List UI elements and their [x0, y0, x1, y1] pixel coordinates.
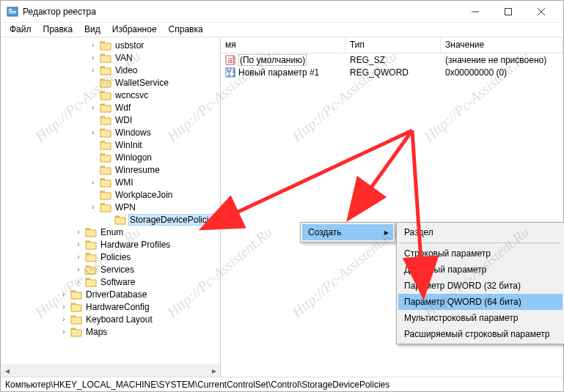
menu-favorites[interactable]: Избранное — [106, 23, 163, 37]
value-icon: ab — [225, 55, 235, 65]
tree-item-label: Winlogon — [114, 152, 153, 163]
value-name: Новый параметр #1 — [238, 67, 319, 78]
tree-item-label: Services — [99, 265, 136, 275]
expand-toggle[interactable]: › — [59, 303, 68, 311]
window-title: Редактор реестра — [23, 7, 458, 17]
expand-toggle[interactable]: › — [59, 291, 68, 298]
submenu-item[interactable]: Строковый параметр — [398, 245, 563, 262]
tree-item[interactable]: ›Hardware Profiles — [1, 238, 220, 251]
tree-item[interactable]: ›WPN — [1, 201, 220, 213]
tree-item-label: WalletService — [114, 78, 170, 88]
value-data: (значение не присвоено) — [441, 55, 563, 65]
submenu-item[interactable]: Параметр QWORD (64 бита) — [398, 294, 563, 310]
col-value[interactable]: Значение — [441, 37, 563, 53]
expand-toggle[interactable]: › — [89, 104, 98, 111]
tree-item[interactable]: ›WMI — [1, 176, 220, 188]
app-icon — [7, 6, 18, 18]
expand-toggle[interactable]: › — [74, 241, 83, 248]
statusbar: Компьютер\HKEY_LOCAL_MACHINE\SYSTEM\Curr… — [1, 377, 563, 391]
folder-icon — [85, 240, 97, 250]
horizontal-scrollbar[interactable]: ◂ ▸ — [1, 364, 220, 377]
expand-toggle[interactable]: › — [74, 254, 83, 261]
tree-item[interactable]: WorkplaceJoin — [1, 188, 220, 201]
maximize-button[interactable] — [491, 1, 524, 22]
expand-toggle[interactable]: › — [74, 278, 83, 286]
minimize-button[interactable] — [458, 1, 491, 22]
folder-icon — [100, 90, 111, 100]
expand-toggle[interactable]: › — [59, 328, 68, 336]
tree-item[interactable]: ›Keyboard Layout — [1, 313, 220, 325]
tree-item[interactable]: wcncsvc — [1, 89, 220, 101]
scroll-right-button[interactable]: ▸ — [208, 364, 220, 377]
tree-item[interactable]: ›usbstor — [1, 39, 220, 51]
col-type[interactable]: Тип — [345, 37, 441, 53]
tree-item-label: Hardware Profiles — [99, 240, 172, 250]
expand-toggle[interactable]: › — [89, 67, 98, 74]
tree-item-label: WDI — [114, 115, 133, 125]
submenu-item[interactable]: Параметр DWORD (32 бита) — [398, 278, 563, 294]
folder-icon — [70, 302, 82, 312]
tree-item[interactable]: Winlogon — [1, 151, 220, 163]
folder-icon — [100, 65, 111, 75]
col-name[interactable]: мя — [221, 37, 345, 53]
tree-item[interactable]: Winresume — [1, 163, 220, 176]
scroll-left-button[interactable]: ◂ — [1, 364, 13, 377]
expand-toggle[interactable]: › — [74, 266, 83, 273]
tree-item[interactable]: WDI — [1, 114, 220, 126]
folder-icon — [85, 227, 97, 237]
tree-item-label: WorkplaceJoin — [114, 190, 174, 200]
tree-item[interactable]: StorageDevicePolicies — [1, 213, 220, 226]
menu-help[interactable]: Справка — [163, 23, 209, 37]
submenu-item[interactable]: Двоичный параметр — [398, 262, 563, 278]
tree-item[interactable]: ›Windows — [1, 126, 220, 138]
tree-item[interactable]: ›VAN — [1, 51, 220, 64]
statusbar-path: Компьютер\HKEY_LOCAL_MACHINE\SYSTEM\Curr… — [5, 380, 389, 390]
expand-toggle[interactable]: › — [59, 316, 68, 323]
tree-item[interactable]: WalletService — [1, 76, 220, 89]
svg-rect-5 — [505, 8, 511, 15]
expand-toggle[interactable]: › — [89, 129, 98, 136]
tree-item-label: Maps — [84, 327, 109, 337]
tree-item-label: Policies — [99, 252, 132, 262]
menu-edit[interactable]: Правка — [37, 23, 79, 37]
tree-pane[interactable]: ›usbstor›VAN›VideoWalletServicewcncsvc›W… — [1, 37, 221, 377]
expand-toggle[interactable]: › — [89, 42, 98, 49]
menu-file[interactable]: Файл — [4, 23, 37, 37]
tree-item-label: HardwareConfig — [84, 302, 151, 312]
folder-icon — [100, 40, 111, 51]
tree-item[interactable]: ›HardwareConfig — [1, 300, 220, 313]
svg-text:ab: ab — [227, 55, 235, 65]
tree-item-label: WinInit — [114, 140, 144, 150]
tree-item-label: StorageDevicePolicies — [128, 214, 219, 226]
tree-item[interactable]: ›Maps — [1, 325, 220, 338]
folder-icon — [100, 152, 111, 163]
folder-icon — [100, 165, 111, 175]
expand-toggle[interactable]: › — [74, 229, 83, 236]
menu-item-create[interactable]: Создать ▸ — [302, 224, 393, 240]
list-row[interactable]: 011110Новый параметр #1REG_QWORD0x000000… — [221, 66, 563, 78]
expand-toggle[interactable]: › — [89, 54, 98, 62]
expand-toggle[interactable]: › — [89, 179, 98, 186]
folder-icon — [100, 127, 111, 138]
expand-toggle[interactable]: › — [89, 204, 98, 211]
menu-view[interactable]: Вид — [78, 23, 106, 37]
tree-item[interactable]: ›Policies — [1, 251, 220, 263]
titlebar: Редактор реестра — [1, 1, 563, 23]
list-row[interactable]: ab(По умолчанию)REG_SZ(значение не присв… — [221, 53, 563, 66]
submenu-item[interactable]: Мультистроковый параметр — [398, 310, 563, 326]
folder-icon — [100, 177, 111, 188]
submenu-item[interactable]: Раздел — [398, 224, 563, 240]
tree-item[interactable]: ›Video — [1, 64, 220, 76]
svg-rect-2 — [9, 11, 16, 12]
tree-item[interactable]: WinInit — [1, 138, 220, 151]
tree-item[interactable]: ›Services — [1, 263, 220, 275]
submenu-item[interactable]: Расширяемый строковый параметр — [398, 326, 563, 342]
tree-item[interactable]: ›Enum — [1, 226, 220, 238]
svg-rect-3 — [9, 12, 16, 13]
close-button[interactable] — [524, 1, 557, 22]
svg-rect-1 — [9, 9, 12, 10]
tree-item[interactable]: ›Wdf — [1, 101, 220, 114]
tree-item-label: usbstor — [114, 40, 145, 51]
tree-item[interactable]: ›Software — [1, 275, 220, 288]
tree-item[interactable]: ›DriverDatabase — [1, 288, 220, 300]
